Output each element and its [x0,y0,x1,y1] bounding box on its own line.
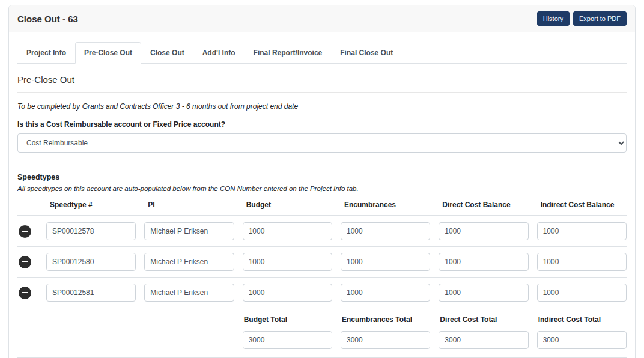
tab-final-report-invoice[interactable]: Final Report/Invoice [245,42,332,64]
section-divider [17,92,627,93]
account-type-label: Is this a Cost Reimbursable account or F… [17,120,627,129]
card-body: Project Info Pre-Close Out Close Out Add… [9,32,635,358]
speedtypes-heading: Speedtypes [17,173,627,181]
encumbrances-input[interactable] [341,222,430,240]
indirect-cost-balance-input[interactable] [537,253,627,271]
history-button[interactable]: History [537,11,570,26]
minus-icon [22,261,28,262]
pi-input[interactable] [144,253,234,271]
tab-close-out[interactable]: Close Out [141,42,193,64]
tab-pre-close-out[interactable]: Pre-Close Out [75,42,141,64]
encumbrances-total-input[interactable] [341,331,430,349]
indirect-cost-total-label: Indirect Cost Total [537,315,627,324]
indirect-cost-balance-input[interactable] [537,222,627,240]
direct-cost-balance-input[interactable] [439,253,528,271]
remove-row-button[interactable] [19,225,31,238]
col-header-pi: PI [144,201,234,209]
table-row [17,247,627,278]
page-title: Close Out - 63 [17,14,78,24]
direct-cost-balance-input[interactable] [439,284,528,302]
table-header-row: Speedtype # PI Budget Encumbrances Direc… [17,195,627,216]
tab-project-info[interactable]: Project Info [17,42,75,64]
pi-input[interactable] [144,222,234,240]
encumbrances-input[interactable] [341,253,430,271]
indirect-cost-balance-input[interactable] [537,284,627,302]
budget-total-input[interactable] [243,331,332,349]
minus-icon [22,292,28,293]
remove-row-button[interactable] [19,256,31,268]
encumbrances-input[interactable] [341,284,430,302]
col-header-indirect-cost-balance: Indirect Cost Balance [537,201,627,209]
totals-input-row [17,327,627,358]
minus-icon [22,231,28,232]
budget-input[interactable] [243,222,332,240]
col-header-speedtype: Speedtype # [46,201,136,209]
export-pdf-button[interactable]: Export to PDF [573,11,627,26]
speedtype-input[interactable] [46,284,136,302]
table-row [17,216,627,247]
encumbrances-total-label: Encumbrances Total [341,315,430,324]
direct-cost-balance-input[interactable] [439,222,528,240]
account-type-select[interactable]: Cost Reimbursable [17,133,627,153]
col-header-direct-cost-balance: Direct Cost Balance [439,201,528,209]
tab-bar: Project Info Pre-Close Out Close Out Add… [17,42,627,64]
tab-addl-info[interactable]: Add'l Info [193,42,245,64]
col-header-encumbrances: Encumbrances [341,201,430,209]
tab-final-close-out[interactable]: Final Close Out [331,42,402,64]
col-header-budget: Budget [243,201,332,209]
speedtypes-note: All speedtypes on this account are auto-… [17,185,627,192]
direct-cost-total-label: Direct Cost Total [439,315,528,324]
remove-row-button[interactable] [19,287,31,299]
speedtype-input[interactable] [46,253,136,271]
budget-input[interactable] [243,253,332,271]
speedtype-input[interactable] [46,222,136,240]
pi-input[interactable] [144,284,234,302]
card-header: Close Out - 63 History Export to PDF [9,5,635,32]
header-actions: History Export to PDF [537,11,627,26]
speedtypes-table: Speedtype # PI Budget Encumbrances Direc… [17,195,627,358]
section-note: To be completed by Grants and Contracts … [17,102,627,111]
totals-label-row: Budget Total Encumbrances Total Direct C… [17,308,627,327]
close-out-card: Close Out - 63 History Export to PDF Pro… [8,5,636,358]
section-heading: Pre-Close Out [17,74,627,85]
indirect-cost-total-input[interactable] [537,331,627,349]
table-row [17,278,627,308]
budget-total-label: Budget Total [243,315,332,324]
direct-cost-total-input[interactable] [439,331,528,349]
budget-input[interactable] [243,284,332,302]
